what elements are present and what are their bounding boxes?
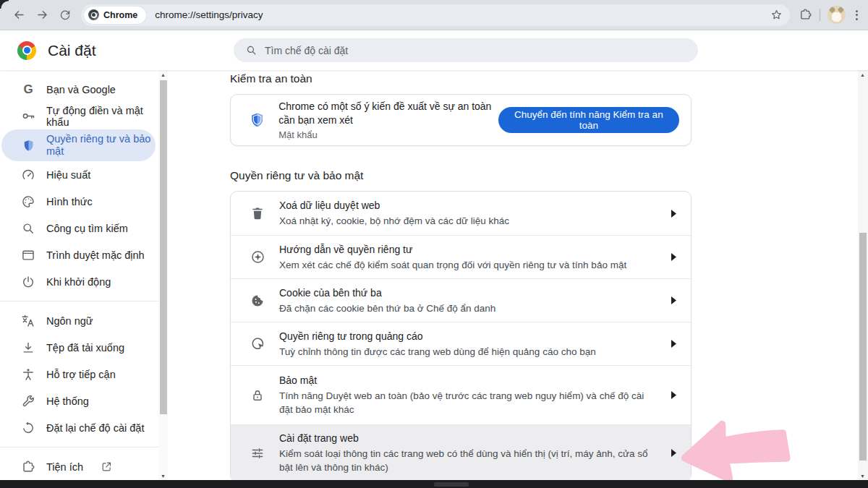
- sidebar-item-reset[interactable]: Đặt lại chế độ cài đặt: [0, 414, 168, 441]
- toolbar-actions: [799, 6, 861, 24]
- page-title: Cài đặt: [48, 42, 96, 59]
- sidebar-item-downloads[interactable]: Tệp đã tải xuống: [0, 334, 168, 361]
- ads-privacy-icon: [249, 336, 266, 351]
- safety-check-card: Chrome có một số ý kiến đề xuất về sự an…: [230, 94, 692, 146]
- taskbar-item: [434, 482, 469, 487]
- scroll-up-arrow[interactable]: ▲: [158, 70, 168, 79]
- chrome-badge: Chrome: [84, 7, 146, 24]
- sidebar-item-appearance[interactable]: Hình thức: [0, 188, 168, 215]
- row-ad-privacy[interactable]: Quyền riêng tư trong quảng cáo Tuỳ chỉnh…: [231, 322, 691, 365]
- download-icon: [20, 341, 36, 355]
- sidebar-item-label: Quyền riêng tư và bảo mật: [46, 133, 156, 158]
- sidebar-item-performance[interactable]: Hiệu suất: [0, 161, 168, 188]
- sidebar-item-label: Hiệu suất: [46, 169, 90, 181]
- sidebar-item-languages[interactable]: Ngôn ngữ: [0, 307, 168, 334]
- row-subtitle: Tuỳ chỉnh thông tin được các trang web d…: [279, 345, 654, 359]
- wrench-icon: [20, 394, 36, 408]
- sidebar-item-extensions[interactable]: Tiện ích: [0, 453, 168, 480]
- page-scrollbar[interactable]: ▲ ▼: [858, 70, 868, 480]
- sidebar-item-you-and-google[interactable]: G Bạn và Google: [0, 76, 168, 103]
- chevron-right-icon: [671, 296, 676, 304]
- reload-icon: [59, 9, 72, 22]
- row-title: Hướng dẫn về quyền riêng tư: [279, 243, 654, 257]
- row-security[interactable]: Bảo mật Tính năng Duyệt web an toàn (bảo…: [231, 365, 691, 424]
- extensions-puzzle-icon[interactable]: [799, 8, 812, 22]
- privacy-section-title: Quyền riêng tư và bảo mật: [230, 169, 868, 182]
- sidebar-divider: [0, 301, 168, 301]
- translate-icon: [20, 314, 36, 328]
- search-icon: [245, 44, 258, 56]
- puzzle-icon: [20, 460, 36, 474]
- speedometer-icon: [20, 168, 36, 182]
- row-text: Bảo mật Tính năng Duyệt web an toàn (bảo…: [279, 374, 671, 416]
- accessibility-icon: [20, 367, 36, 382]
- sidebar-item-autofill[interactable]: Tự động điền và mật khẩu: [0, 103, 168, 129]
- sidebar-item-on-startup[interactable]: Khi khởi động: [0, 268, 168, 295]
- sidebar-item-label: Bạn và Google: [46, 84, 116, 95]
- scroll-up-arrow[interactable]: ▲: [858, 70, 867, 79]
- sidebar-scrollbar[interactable]: ▲ ▼: [158, 70, 168, 480]
- forward-button[interactable]: [30, 4, 54, 27]
- sidebar-item-privacy[interactable]: Quyền riêng tư và bảo mật: [1, 129, 156, 161]
- chevron-right-icon: [671, 210, 676, 218]
- settings-header: Cài đặt: [0, 30, 868, 70]
- profile-avatar[interactable]: [827, 6, 846, 24]
- reload-button[interactable]: [54, 4, 77, 27]
- row-title: Xoá dữ liệu duyệt web: [279, 199, 654, 213]
- sidebar-item-label: Tiện ích: [46, 461, 83, 473]
- row-text: Xoá dữ liệu duyệt web Xoá nhật ký, cooki…: [279, 199, 671, 228]
- chevron-right-icon: [671, 253, 676, 261]
- google-g-icon: G: [20, 83, 36, 95]
- bookmark-star-icon[interactable]: [770, 9, 783, 21]
- row-text: Hướng dẫn về quyền riêng tư Xem xét các …: [279, 243, 671, 272]
- safety-card-title: Chrome có một số ý kiến đề xuất về sự an…: [278, 100, 498, 127]
- go-to-safety-check-button[interactable]: Chuyển đến tính năng Kiểm tra an toàn: [498, 107, 679, 133]
- tune-icon: [249, 446, 266, 461]
- back-button[interactable]: [7, 4, 30, 27]
- settings-sidebar: G Bạn và Google Tự động điền và mật khẩu…: [0, 70, 168, 480]
- sidebar-item-system[interactable]: Hệ thống: [0, 388, 168, 414]
- sidebar-scrollbar-thumb[interactable]: [160, 80, 167, 414]
- palette-icon: [20, 194, 36, 209]
- sidebar-item-default-browser[interactable]: Trình duyệt mặc định: [0, 241, 168, 268]
- address-bar[interactable]: Chrome chrome://settings/privacy: [81, 4, 790, 26]
- chrome-badge-label: Chrome: [103, 10, 137, 20]
- safety-check-section-title: Kiểm tra an toàn: [230, 72, 868, 85]
- scroll-down-arrow[interactable]: ▼: [158, 471, 168, 480]
- sidebar-item-search-engine[interactable]: Công cụ tìm kiếm: [0, 215, 168, 241]
- row-subtitle: Xoá nhật ký, cookie, bộ nhớ đệm và các d…: [279, 214, 654, 228]
- page-scrollbar-thumb[interactable]: [859, 233, 867, 461]
- lock-icon: [249, 388, 266, 403]
- row-title: Bảo mật: [279, 374, 654, 388]
- row-text: Quyền riêng tư trong quảng cáo Tuỳ chỉnh…: [279, 330, 671, 359]
- trash-icon: [249, 206, 266, 221]
- sidebar-item-label: Đặt lại chế độ cài đặt: [46, 422, 144, 434]
- sidebar-divider: [0, 447, 168, 448]
- sidebar-item-label: Hỗ trợ tiếp cận: [46, 369, 116, 380]
- privacy-guide-icon: [249, 249, 266, 265]
- window-corner: [0, 0, 9, 9]
- sidebar-item-accessibility[interactable]: Hỗ trợ tiếp cận: [0, 361, 168, 388]
- row-subtitle: Tính năng Duyệt web an toàn (bảo vệ trướ…: [279, 389, 654, 416]
- row-site-settings[interactable]: Cài đặt trang web Kiểm soát loại thông t…: [231, 424, 691, 481]
- settings-search-box[interactable]: [234, 38, 698, 62]
- url-text[interactable]: chrome://settings/privacy: [155, 9, 263, 20]
- row-subtitle: Kiểm soát loại thông tin các trang web c…: [279, 447, 654, 474]
- row-privacy-guide[interactable]: Hướng dẫn về quyền riêng tư Xem xét các …: [231, 235, 691, 278]
- chevron-right-icon: [671, 449, 676, 457]
- toolbar-separator: [820, 9, 820, 21]
- safety-card-subtitle: Mật khẩu: [278, 129, 498, 140]
- settings-search-input[interactable]: [265, 45, 686, 56]
- sidebar-item-label: Hình thức: [46, 196, 93, 207]
- shield-icon: [20, 139, 36, 153]
- safety-card-text: Chrome có một số ý kiến đề xuất về sự an…: [278, 100, 498, 140]
- cookie-icon: [249, 294, 266, 308]
- row-third-party-cookies[interactable]: Cookie của bên thứ ba Đã chặn các cookie…: [231, 278, 691, 322]
- row-clear-browsing-data[interactable]: Xoá dữ liệu duyệt web Xoá nhật ký, cooki…: [231, 192, 691, 235]
- row-title: Cài đặt trang web: [279, 432, 654, 445]
- reset-icon: [20, 421, 36, 435]
- external-link-icon: [101, 461, 113, 473]
- row-text: Cài đặt trang web Kiểm soát loại thông t…: [279, 432, 671, 474]
- browser-menu-button[interactable]: [853, 7, 861, 23]
- scroll-down-arrow[interactable]: ▼: [858, 471, 867, 480]
